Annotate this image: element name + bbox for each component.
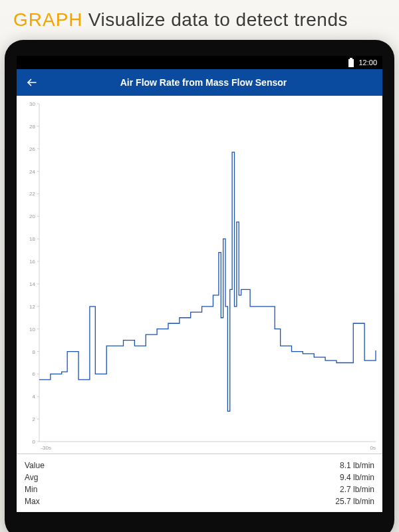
stat-label: Value: [25, 460, 45, 471]
svg-text:8: 8: [33, 349, 36, 355]
stat-value: 9.4 lb/min: [340, 471, 374, 483]
svg-text:24: 24: [29, 169, 35, 175]
status-bar: 12:00: [17, 56, 382, 69]
stat-label: Avg: [25, 471, 38, 483]
stat-value: 2.7 lb/min: [340, 483, 374, 495]
promo-accent: GRAPH: [13, 9, 83, 30]
battery-icon: [348, 58, 354, 67]
svg-text:12: 12: [29, 304, 35, 310]
stat-value: 25.7 lb/min: [335, 495, 374, 507]
svg-text:0s: 0s: [370, 445, 376, 451]
stat-row-max: Max 25.7 lb/min: [25, 495, 374, 507]
svg-text:20: 20: [29, 213, 35, 219]
svg-text:14: 14: [29, 281, 35, 287]
svg-text:-30s: -30s: [41, 445, 51, 451]
svg-text:0: 0: [33, 439, 36, 445]
promo-text: Visualize data to detect trends: [83, 9, 348, 30]
back-arrow-icon[interactable]: [26, 76, 38, 88]
line-chart[interactable]: 024681012141618202224262830-30s0s: [17, 96, 382, 454]
svg-text:4: 4: [33, 394, 36, 400]
stat-row-avg: Avg 9.4 lb/min: [25, 471, 374, 483]
svg-text:22: 22: [29, 191, 35, 197]
svg-text:18: 18: [29, 236, 35, 242]
svg-text:28: 28: [29, 124, 35, 130]
page-title: Air Flow Rate from Mass Flow Sensor: [54, 77, 353, 88]
status-time: 12:00: [358, 59, 377, 66]
promo-banner: GRAPH Visualize data to detect trends: [13, 9, 386, 31]
svg-text:16: 16: [29, 259, 35, 265]
stat-value: 8.1 lb/min: [340, 460, 374, 471]
stat-row-min: Min 2.7 lb/min: [25, 483, 374, 495]
svg-text:26: 26: [29, 146, 35, 152]
svg-rect-0: [350, 58, 352, 59]
svg-text:6: 6: [33, 371, 36, 377]
svg-text:2: 2: [33, 416, 36, 422]
stats-panel: Value 8.1 lb/min Avg 9.4 lb/min Min 2.7 …: [17, 454, 382, 512]
svg-rect-1: [348, 59, 354, 67]
stat-label: Max: [25, 495, 40, 507]
stat-label: Min: [25, 483, 37, 495]
svg-text:30: 30: [29, 101, 35, 107]
tablet-frame: 12:00 Air Flow Rate from Mass Flow Senso…: [5, 40, 394, 532]
stat-row-value: Value 8.1 lb/min: [25, 460, 374, 471]
app-bar: Air Flow Rate from Mass Flow Sensor: [17, 69, 382, 96]
device-screen: 12:00 Air Flow Rate from Mass Flow Senso…: [17, 56, 382, 512]
svg-text:10: 10: [29, 327, 35, 332]
